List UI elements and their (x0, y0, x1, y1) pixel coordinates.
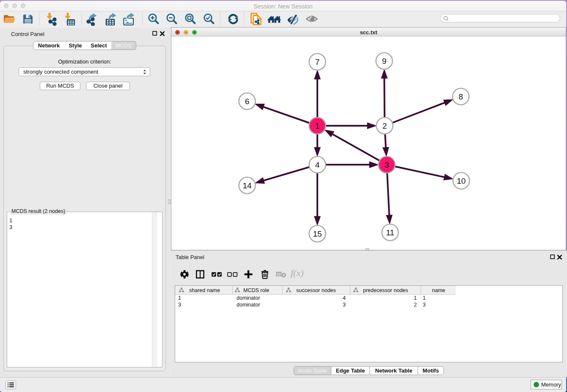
svg-text:11: 11 (386, 228, 394, 237)
svg-text:6: 6 (245, 97, 250, 106)
svg-text:7: 7 (315, 58, 320, 66)
svg-text:10: 10 (457, 177, 465, 185)
svg-text:14: 14 (242, 181, 252, 190)
svg-text:8: 8 (459, 92, 463, 101)
svg-text:3: 3 (385, 160, 389, 169)
svg-text:9: 9 (382, 57, 387, 66)
svg-text:15: 15 (313, 229, 322, 238)
svg-text:4: 4 (315, 160, 320, 169)
svg-text:1: 1 (315, 121, 320, 130)
svg-text:2: 2 (383, 121, 387, 130)
